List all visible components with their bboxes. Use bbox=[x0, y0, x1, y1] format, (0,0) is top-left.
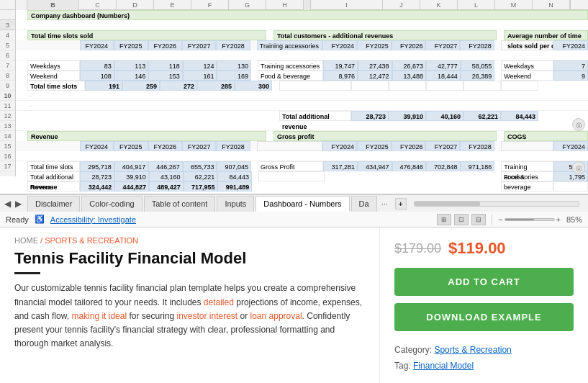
prev-sheet-btn[interactable]: ◀ bbox=[3, 197, 12, 210]
product-area: HOME / SPORTS & RECREATION Tennis Facili… bbox=[0, 227, 588, 383]
tab-inputs[interactable]: Inputs bbox=[217, 196, 254, 212]
product-left: HOME / SPORTS & RECREATION Tennis Facili… bbox=[0, 227, 379, 383]
spreadsheet-area: 3 4 5 6 7 8 9 10 11 12 13 14 15 16 17 B … bbox=[0, 0, 588, 194]
product-title: Tennis Facility Financial Model bbox=[14, 249, 365, 268]
breadcrumb: HOME / SPORTS & RECREATION bbox=[14, 236, 365, 245]
add-to-cart-button[interactable]: ADD TO CART bbox=[394, 268, 574, 296]
category-value[interactable]: Sports & Recreation bbox=[434, 345, 511, 355]
horizontal-scrollbar[interactable] bbox=[414, 201, 579, 207]
cogs-header: COGS bbox=[504, 131, 588, 141]
avg-number-header: Average number of time slots sold per da… bbox=[504, 30, 588, 40]
meta-info: Category: Sports & Recreation Tag: Finan… bbox=[394, 343, 574, 374]
category-row: Category: Sports & Recreation bbox=[394, 343, 574, 359]
tab-add-controls: + bbox=[395, 198, 407, 209]
gross-profit-header: Gross profit bbox=[273, 131, 497, 141]
breadcrumb-category: SPORTS & RECREATION bbox=[45, 236, 138, 245]
ss-main-content: Company dashboard (Numbers) Total time s… bbox=[16, 10, 588, 194]
more-tabs-btn[interactable]: ··· bbox=[379, 199, 391, 208]
page-layout-btn[interactable]: ⊡ bbox=[454, 214, 469, 225]
normal-view-btn[interactable]: ⊞ bbox=[437, 214, 451, 225]
tag-value[interactable]: Financial Model bbox=[413, 361, 474, 371]
accessibility-link[interactable]: Accessibility: Investigate bbox=[50, 215, 136, 224]
next-sheet-btn[interactable]: ▶ bbox=[14, 197, 23, 210]
scroll-handle-2[interactable]: ◎ bbox=[572, 161, 585, 174]
accessibility-icon: ♿ bbox=[35, 215, 45, 224]
product-divider bbox=[14, 272, 40, 274]
dashboard-title: Company dashboard (Numbers) bbox=[27, 10, 588, 20]
desc-link-3: investor interest bbox=[176, 311, 238, 321]
total-customers-header: Total customers - additional revenues bbox=[273, 30, 497, 40]
scroll-handle[interactable]: ◎ bbox=[572, 118, 585, 131]
sheet-nav[interactable]: ◀ ▶ bbox=[3, 197, 23, 210]
product-right: $179.00 $119.00 ADD TO CART DOWNLOAD EXA… bbox=[379, 227, 588, 383]
row-numbers: 3 4 5 6 7 8 9 10 11 12 13 14 15 16 17 bbox=[0, 0, 16, 176]
desc-link-1: detailed bbox=[204, 297, 234, 307]
product-description: Our customizable tennis facility financi… bbox=[14, 281, 365, 351]
tab-color-coding[interactable]: Color-coding bbox=[81, 196, 142, 212]
tag-row: Tag: Financial Model bbox=[394, 359, 574, 374]
tab-disclaimer[interactable]: Disclaimer bbox=[27, 196, 80, 212]
category-label: Category: bbox=[394, 345, 432, 355]
ready-status: Ready bbox=[6, 215, 29, 224]
desc-link-2: making it ideal bbox=[71, 311, 127, 321]
price-area: $179.00 $119.00 bbox=[394, 239, 574, 258]
zoom-plus-btn[interactable]: + bbox=[556, 215, 561, 224]
tab-table-of-content[interactable]: Table of content bbox=[144, 196, 216, 212]
download-example-button[interactable]: DOWNLOAD EXAMPLE bbox=[394, 303, 574, 331]
zoom-level: 85% bbox=[562, 215, 582, 224]
total-time-slots-header: Total time slots sold bbox=[27, 30, 266, 40]
col-headers: B C D E F G H I J K L M N O P bbox=[16, 0, 588, 10]
tab-dashboard-numbers[interactable]: Dashboard - Numbers bbox=[255, 196, 349, 212]
tab-da[interactable]: Da bbox=[351, 196, 377, 212]
zoom-minus-btn[interactable]: − bbox=[498, 215, 502, 224]
sale-price: $119.00 bbox=[448, 239, 506, 258]
breadcrumb-home[interactable]: HOME bbox=[14, 236, 38, 245]
zoom-slider[interactable] bbox=[505, 218, 555, 221]
zoom-controls: − + 85% bbox=[498, 215, 582, 224]
revenue-header: Revenue bbox=[27, 131, 266, 141]
tab-bar: ◀ ▶ Disclaimer Color-coding Table of con… bbox=[0, 194, 588, 212]
status-bar: Ready ♿ Accessibility: Investigate ⊞ ⊡ ⊟… bbox=[0, 212, 588, 227]
original-price: $179.00 bbox=[394, 241, 441, 256]
desc-link-4: loan approval bbox=[250, 311, 302, 321]
add-sheet-btn[interactable]: + bbox=[395, 198, 407, 209]
view-controls: ⊞ ⊡ ⊟ − + 85% bbox=[437, 214, 582, 225]
tag-label: Tag: bbox=[394, 361, 411, 371]
page-break-btn[interactable]: ⊟ bbox=[471, 214, 486, 225]
